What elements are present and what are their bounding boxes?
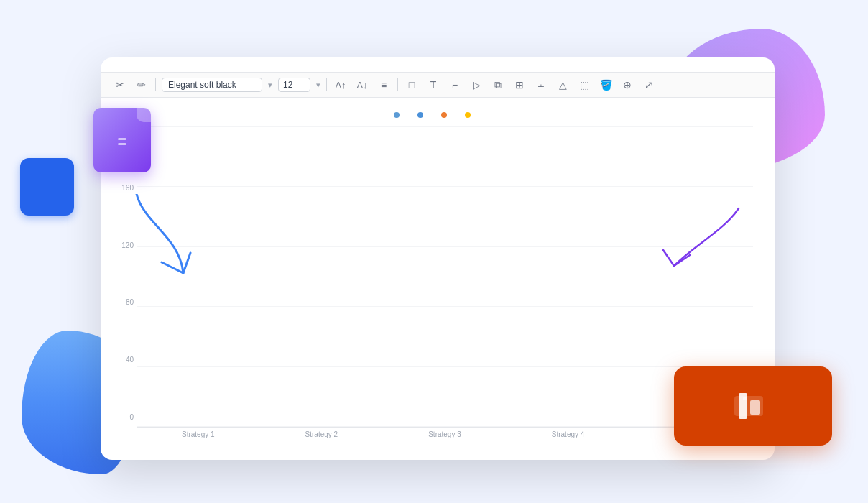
corner-icon[interactable]: ⌐ [447, 77, 463, 93]
office-arrow [660, 201, 753, 287]
y-label-0: 0 [115, 413, 137, 421]
menu-bar [101, 57, 775, 73]
shrink-font-icon[interactable]: A↓ [354, 77, 370, 93]
svg-file-icon [20, 158, 78, 223]
resize-icon[interactable]: ⤢ [641, 77, 657, 93]
x-label-1: Strategy 1 [137, 428, 260, 438]
grid-line-160 [137, 186, 753, 187]
office-icon [674, 366, 832, 446]
legend-dot-a [394, 112, 400, 118]
x-labels: Strategy 1Strategy 2Strategy 3Strategy 4… [137, 428, 753, 438]
legend-item-b [417, 112, 427, 118]
legend-item-a [394, 112, 403, 118]
table-icon[interactable]: ⊞ [512, 77, 527, 93]
font-selector[interactable] [162, 78, 262, 92]
legend-dot-d [465, 112, 471, 118]
svg-rect-2 [750, 400, 760, 415]
legend-item-c [441, 112, 451, 118]
svg-rect-1 [739, 393, 747, 419]
office-logo-svg [733, 390, 765, 422]
split-icon[interactable]: ⫠ [533, 77, 549, 93]
font-dropdown-icon[interactable]: ▾ [268, 80, 272, 90]
x-label-4: Strategy 4 [507, 428, 630, 438]
chart-container: 0 40 80 120 160 200 [115, 126, 753, 438]
legend-dot-b [417, 112, 423, 118]
toolbar: ✂ ✏ ▾ ▾ A↑ A↓ ≡ □ T ⌐ ▷ ⧉ ⊞ ⫠ △ ⬚ 🪣 ⊕ ⤢ [101, 73, 775, 98]
box-3d-icon[interactable]: ⬚ [576, 77, 592, 93]
align-icon[interactable]: ≡ [376, 77, 392, 93]
y-label-80: 80 [115, 298, 137, 306]
grid-line-40 [137, 366, 753, 367]
size-dropdown-icon[interactable]: ▾ [316, 80, 320, 90]
cad-doc-line2 [118, 143, 126, 145]
cad-arrow [122, 194, 208, 287]
legend-dot-c [441, 112, 447, 118]
font-size-selector[interactable] [278, 78, 310, 92]
x-label-3: Strategy 3 [383, 428, 507, 438]
toolbar-divider-2 [326, 78, 327, 91]
rect-icon[interactable]: □ [404, 77, 420, 93]
scissors-icon[interactable]: ✂ [112, 77, 128, 93]
grid-line-0 [137, 426, 753, 427]
grid-line-80 [137, 306, 753, 307]
chart-legend [115, 112, 753, 118]
text-icon[interactable]: T [425, 77, 441, 93]
cad-doc-line [118, 138, 126, 140]
arrow-icon[interactable]: ▷ [468, 77, 484, 93]
pen-icon[interactable]: ✏ [134, 77, 149, 93]
grow-font-icon[interactable]: A↑ [333, 77, 348, 93]
toolbar-divider-3 [397, 78, 398, 91]
mountain-icon[interactable]: △ [555, 77, 571, 93]
x-label-2: Strategy 2 [260, 428, 384, 438]
layers-icon[interactable]: ⧉ [490, 77, 506, 93]
grid-line-200 [137, 126, 753, 127]
y-label-160: 160 [115, 184, 137, 192]
toolbar-divider-1 [155, 78, 156, 91]
cad-file-icon [93, 108, 158, 180]
y-label-40: 40 [115, 356, 137, 364]
paint-icon[interactable]: 🪣 [598, 77, 614, 93]
circle-plus-icon[interactable]: ⊕ [619, 77, 635, 93]
svg-rect-3 [743, 397, 747, 400]
legend-item-d [465, 112, 474, 118]
